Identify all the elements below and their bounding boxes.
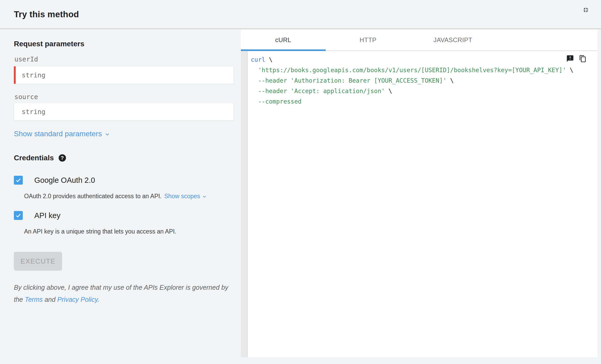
show-standard-parameters-label[interactable]: Show standard parameters bbox=[14, 130, 102, 138]
show-scopes-link[interactable]: Show scopes bbox=[164, 193, 200, 200]
apikey-credential-row: API key bbox=[14, 211, 60, 220]
credentials-heading-row: Credentials ? bbox=[14, 154, 66, 162]
privacy-policy-link[interactable]: Privacy Policy bbox=[57, 296, 98, 303]
userid-input[interactable] bbox=[14, 66, 234, 84]
help-icon[interactable]: ? bbox=[59, 154, 66, 162]
tab-javascript[interactable]: JAVASCRIPT bbox=[410, 30, 495, 50]
apikey-checkbox[interactable] bbox=[14, 211, 23, 220]
oauth-description-text: OAuth 2.0 provides authenticated access … bbox=[24, 193, 162, 200]
code-sample-tab-bar: cURL HTTP JAVASCRIPT bbox=[241, 30, 598, 51]
code-block: curl \ 'https://books.googleapis.com/boo… bbox=[251, 54, 566, 107]
request-parameters-heading: Request parameters bbox=[14, 40, 84, 48]
apikey-label: API key bbox=[34, 211, 60, 220]
legal-line1: By clicking above, I agree that my use o… bbox=[14, 284, 228, 291]
panel-gutter bbox=[241, 51, 247, 357]
userid-label: userId bbox=[14, 55, 38, 63]
tab-http[interactable]: HTTP bbox=[326, 30, 410, 50]
credentials-heading: Credentials bbox=[14, 154, 54, 162]
tab-http-label: HTTP bbox=[360, 36, 376, 44]
oauth-credential-row: Google OAuth 2.0 bbox=[14, 176, 95, 185]
chevron-down-icon bbox=[202, 194, 207, 200]
source-input[interactable] bbox=[14, 103, 234, 121]
legal-text: By clicking above, I agree that my use o… bbox=[14, 281, 228, 305]
copy-icon[interactable] bbox=[579, 55, 587, 62]
tab-javascript-label: JAVASCRIPT bbox=[433, 36, 472, 44]
feedback-icon[interactable] bbox=[566, 55, 574, 62]
code-panel: curl \ 'https://books.googleapis.com/boo… bbox=[247, 51, 598, 357]
chevron-down-icon bbox=[104, 131, 111, 138]
oauth-label: Google OAuth 2.0 bbox=[34, 176, 95, 185]
oauth-checkbox[interactable] bbox=[14, 176, 23, 185]
header-divider bbox=[0, 28, 601, 29]
fullscreen-exit-icon[interactable] bbox=[582, 6, 589, 14]
tab-curl[interactable]: cURL bbox=[241, 30, 326, 50]
oauth-description: OAuth 2.0 provides authenticated access … bbox=[24, 193, 207, 200]
legal-line2-middle: and bbox=[43, 296, 57, 303]
source-label: source bbox=[14, 93, 38, 101]
show-standard-parameters-link[interactable]: Show standard parameters bbox=[14, 130, 111, 138]
terms-link[interactable]: Terms bbox=[25, 296, 43, 303]
apikey-description: An API key is a unique string that lets … bbox=[24, 228, 176, 235]
page-title: Try this method bbox=[14, 9, 79, 19]
execute-button[interactable]: EXECUTE bbox=[14, 252, 62, 271]
legal-line2-prefix: the bbox=[14, 296, 25, 303]
tab-curl-label: cURL bbox=[275, 36, 291, 44]
legal-line2-suffix: . bbox=[98, 296, 99, 303]
